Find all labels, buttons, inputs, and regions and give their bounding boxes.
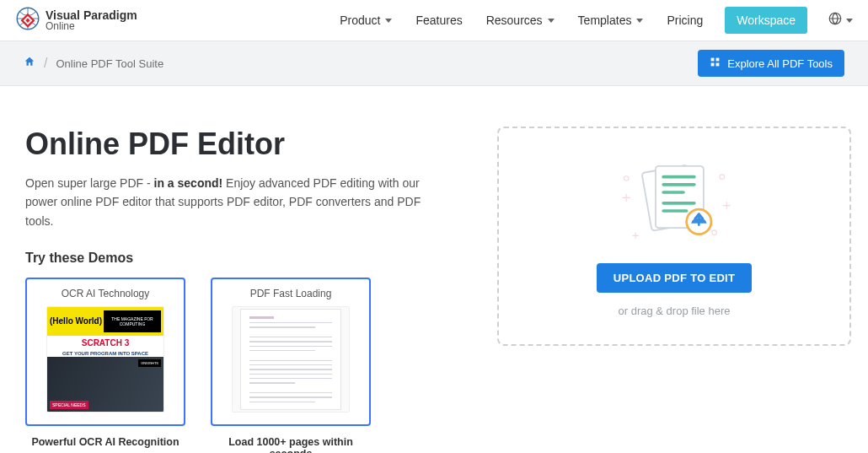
- demo-card-title: PDF Fast Loading: [250, 288, 332, 299]
- breadcrumb: / Online PDF Tool Suite Explore All PDF …: [0, 40, 868, 86]
- home-icon: [24, 56, 35, 70]
- demo-card-ocr[interactable]: OCR AI Technology (Hello World)THE MAGAZ…: [25, 278, 185, 426]
- upload-illustration-icon: [611, 155, 737, 251]
- demo-caption: Powerful OCR AI Recognition: [25, 436, 185, 448]
- breadcrumb-home[interactable]: [24, 56, 35, 71]
- svg-rect-6: [716, 58, 720, 62]
- svg-rect-7: [711, 63, 715, 67]
- demo-item: PDF Fast Loading Load 1000+ pages within…: [211, 278, 371, 453]
- svg-point-9: [624, 176, 629, 181]
- upload-button[interactable]: UPLOAD PDF TO EDIT: [597, 263, 753, 293]
- drop-hint: or drag & drop file here: [619, 305, 731, 317]
- demo-caption: Load 1000+ pages within seconds: [211, 436, 371, 453]
- svg-rect-5: [711, 58, 715, 62]
- demo-thumbnail: [232, 306, 350, 413]
- nav-product[interactable]: Product: [338, 8, 394, 32]
- demo-card-fastload[interactable]: PDF Fast Loading: [211, 278, 371, 426]
- nav-resources[interactable]: Resources: [485, 8, 556, 32]
- demos-heading: Try these Demos: [25, 251, 463, 266]
- svg-point-11: [712, 230, 717, 235]
- chevron-down-icon: [636, 19, 643, 23]
- brand-line2: Online: [46, 21, 137, 31]
- workspace-button[interactable]: Workspace: [725, 7, 807, 34]
- logo-icon: [15, 6, 40, 35]
- svg-rect-8: [716, 63, 720, 67]
- nav-templates[interactable]: Templates: [576, 8, 646, 32]
- brand-logo[interactable]: Visual Paradigm Online: [15, 6, 137, 35]
- nav-features[interactable]: Features: [414, 8, 463, 32]
- demo-card-title: OCR AI Technology: [62, 288, 150, 299]
- chevron-down-icon: [548, 19, 555, 23]
- page-title: Online PDF Editor: [25, 127, 463, 162]
- chevron-down-icon: [846, 19, 853, 23]
- demo-thumbnail: (Hello World)THE MAGAZINE FOR COMPUTING …: [46, 306, 164, 413]
- svg-point-10: [720, 175, 725, 180]
- upload-dropzone[interactable]: UPLOAD PDF TO EDIT or drag & drop file h…: [497, 127, 851, 346]
- globe-icon: [828, 11, 843, 30]
- explore-pdf-tools-button[interactable]: Explore All PDF Tools: [698, 50, 844, 77]
- chevron-down-icon: [385, 19, 392, 23]
- page-description: Open super large PDF - in a second! Enjo…: [25, 174, 447, 230]
- grid-icon: [710, 57, 721, 70]
- breadcrumb-separator: /: [44, 56, 47, 71]
- nav-pricing[interactable]: Pricing: [665, 8, 705, 32]
- language-switcher[interactable]: [828, 11, 853, 30]
- brand-line1: Visual Paradigm: [46, 9, 137, 21]
- demo-item: OCR AI Technology (Hello World)THE MAGAZ…: [25, 278, 185, 453]
- breadcrumb-current: Online PDF Tool Suite: [56, 57, 163, 70]
